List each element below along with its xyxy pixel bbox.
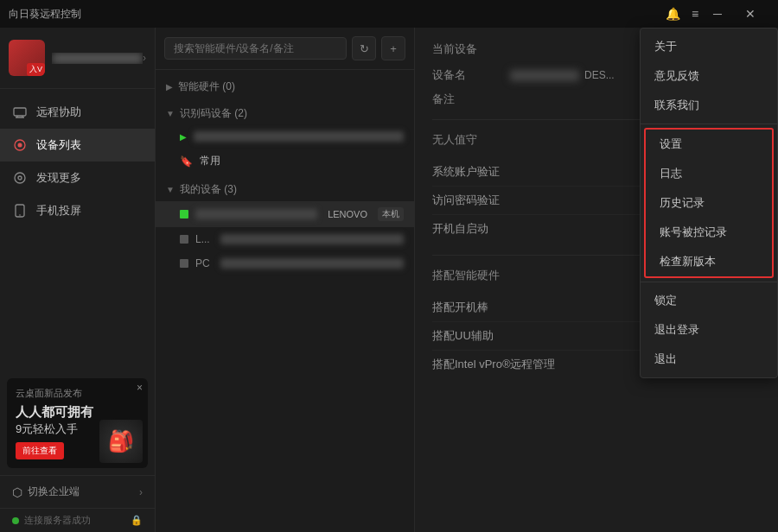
menu-divider-1 — [641, 124, 777, 124]
device-name-label: 设备名 — [432, 67, 510, 83]
sidebar-item-discover[interactable]: 发现更多 — [0, 162, 155, 194]
device-item-d2[interactable]: L... — [156, 227, 414, 251]
profile-arrow-icon: › — [143, 52, 146, 64]
avatar-badge: 入V — [27, 63, 45, 76]
avatar: 入V — [9, 40, 45, 76]
switch-icon: ⬡ — [12, 485, 22, 499]
svg-rect-0 — [14, 108, 26, 116]
device-item-d1[interactable]: LENOVO 本机 — [156, 201, 414, 227]
sidebar-status: 连接服务器成功 🔒 — [0, 508, 155, 532]
device-name-blur-d3 — [220, 258, 404, 269]
menu-item-check-update[interactable]: 检查新版本 — [646, 247, 772, 276]
device-prefix-d2: L... — [195, 233, 210, 245]
device-search-input[interactable] — [164, 37, 347, 60]
sidebar: 入V › 远程协助 — [0, 28, 156, 532]
device-list: ▶ 智能硬件 (0) ▼ 识别码设备 (2) ▶ 🔖 常用 — [156, 70, 414, 532]
device-group-identified-header[interactable]: ▼ 识别码设备 (2) — [156, 102, 414, 125]
sidebar-item-discover-label: 发现更多 — [36, 170, 81, 186]
titlebar: 向日葵远程控制 🔔 ≡ ─ ✕ — [0, 0, 778, 28]
status-dot — [12, 517, 19, 524]
device-group-identified: ▼ 识别码设备 (2) ▶ 🔖 常用 — [156, 102, 414, 174]
switch-arrow-icon: › — [139, 486, 143, 498]
group-arrow-icon-2: ▼ — [166, 109, 175, 118]
device-suffix-d1: LENOVO — [328, 209, 367, 219]
sidebar-item-mirror[interactable]: 手机投屏 — [0, 194, 155, 227]
status-text: 连接服务器成功 — [24, 514, 91, 527]
device-item-id1[interactable]: ▶ — [156, 125, 414, 148]
sidebar-item-mirror-label: 手机投屏 — [36, 203, 81, 218]
ad-cta-button[interactable]: 前往查看 — [16, 442, 64, 459]
sidebar-item-devices-label: 设备列表 — [36, 137, 81, 153]
remote-icon — [12, 104, 28, 120]
device-group-my-devices: ▼ 我的设备 (3) LENOVO 本机 L... — [156, 178, 414, 276]
device-item-d3[interactable]: PC — [156, 251, 414, 276]
profile-info — [52, 53, 143, 64]
device-item-common-name: 常用 — [200, 154, 404, 168]
add-icon: + — [390, 42, 397, 55]
switch-label: 切换企业端 — [28, 484, 80, 499]
group-arrow-icon-3: ▼ — [166, 185, 175, 194]
svg-point-6 — [19, 214, 21, 216]
menu-highlighted-group: 设置 日志 历史记录 账号被控记录 检查新版本 — [644, 128, 774, 278]
group-identified-label: 识别码设备 (2) — [180, 106, 247, 121]
sidebar-item-remote-label: 远程协助 — [36, 104, 81, 120]
device-panel: ↻ + ▶ 智能硬件 (0) ▼ 识别码设备 (2) — [156, 28, 415, 532]
menu-icon[interactable]: ≡ — [686, 5, 704, 22]
menu-item-logs[interactable]: 日志 — [646, 159, 772, 188]
context-menu: 关于 意见反馈 联系我们 设置 日志 历史记录 账号被控记录 检查新版本 锁定 … — [640, 28, 778, 378]
device-gray-dot-icon-d2 — [180, 235, 188, 244]
menu-item-feedback[interactable]: 意见反馈 — [641, 61, 777, 91]
device-gray-dot-icon-d3 — [180, 259, 188, 268]
ad-line1: 人人都可拥有 — [16, 403, 139, 421]
svg-point-3 — [15, 173, 25, 183]
menu-item-controlled-log[interactable]: 账号被控记录 — [646, 218, 772, 247]
discover-icon — [12, 170, 28, 186]
menu-divider-2 — [641, 282, 777, 282]
sidebar-item-remote[interactable]: 远程协助 — [0, 96, 155, 129]
menu-item-contact[interactable]: 联系我们 — [641, 91, 777, 120]
svg-point-4 — [18, 176, 22, 180]
refresh-button[interactable]: ↻ — [352, 36, 376, 60]
add-device-button[interactable]: + — [381, 36, 405, 60]
lock-icon: 🔒 — [131, 515, 143, 526]
menu-item-logout[interactable]: 退出登录 — [641, 315, 777, 345]
bell-icon[interactable]: 🔔 — [664, 5, 681, 22]
group-smart-hardware-label: 智能硬件 (0) — [178, 79, 235, 94]
close-button[interactable]: ✕ — [731, 0, 769, 28]
sidebar-switch-enterprise[interactable]: ⬡ 切换企业端 › — [0, 475, 155, 508]
minimize-button[interactable]: ─ — [709, 5, 726, 22]
sidebar-ad: × 云桌面新品发布 人人都可拥有 9元轻松入手 前往查看 🎒 — [7, 378, 148, 469]
sidebar-item-devices[interactable]: 设备列表 — [0, 129, 155, 162]
app-title: 向日葵远程控制 — [9, 7, 664, 22]
menu-item-exit[interactable]: 退出 — [641, 345, 777, 374]
ad-title-small: 云桌面新品发布 — [16, 387, 139, 400]
devices-icon — [12, 137, 28, 153]
ad-image: 🎒 — [99, 420, 143, 463]
device-item-common[interactable]: 🔖 常用 — [156, 148, 414, 174]
menu-item-lock[interactable]: 锁定 — [641, 286, 777, 315]
note-label: 备注 — [432, 92, 510, 107]
menu-item-settings[interactable]: 设置 — [646, 130, 772, 159]
device-name-blur-d1 — [195, 209, 317, 219]
device-name-blur-d2 — [220, 234, 404, 244]
device-group-smart-hardware-header[interactable]: ▶ 智能硬件 (0) — [156, 75, 414, 98]
refresh-icon: ↻ — [360, 42, 369, 55]
ad-close-button[interactable]: × — [137, 382, 143, 394]
device-icon-green: ▶ — [180, 132, 187, 142]
group-arrow-icon: ▶ — [166, 82, 173, 92]
device-prefix-d3: PC — [195, 257, 210, 269]
group-my-devices-label: 我的设备 (3) — [180, 182, 237, 197]
device-name-value-blur — [510, 70, 579, 81]
device-badge-local: 本机 — [378, 207, 404, 221]
bookmark-icon: 🔖 — [180, 155, 193, 168]
device-search-bar: ↻ + — [156, 28, 414, 70]
sidebar-profile[interactable]: 入V › — [0, 28, 155, 89]
menu-item-history[interactable]: 历史记录 — [646, 188, 772, 218]
menu-item-about[interactable]: 关于 — [641, 32, 777, 61]
device-green-dot-icon — [180, 210, 188, 218]
device-group-my-devices-header[interactable]: ▼ 我的设备 (3) — [156, 178, 414, 201]
device-name-blur-id1 — [194, 131, 404, 142]
device-group-smart-hardware: ▶ 智能硬件 (0) — [156, 75, 414, 98]
profile-name — [52, 53, 143, 64]
mirror-icon — [12, 203, 28, 218]
